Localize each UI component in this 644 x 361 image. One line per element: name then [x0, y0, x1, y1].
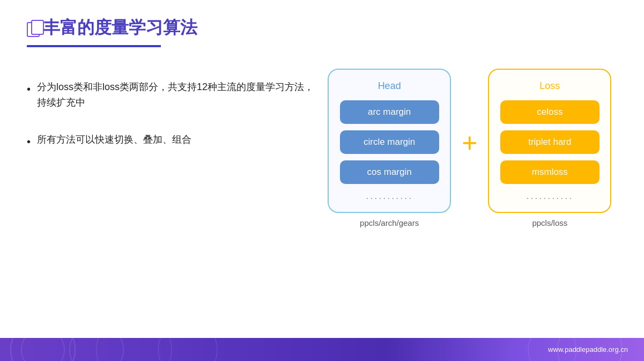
svg-point-0	[11, 338, 75, 361]
loss-dots: ···········	[526, 193, 573, 204]
svg-point-2	[70, 338, 123, 361]
footer-decoration	[0, 338, 644, 361]
diagram-container: Head arc margin circle margin cos margin…	[328, 69, 611, 227]
bullet-item-2: • 所有方法可以快速切换、叠加、组合	[27, 132, 322, 150]
svg-point-1	[21, 338, 64, 361]
loss-card-footer: ppcls/loss	[532, 218, 567, 227]
bullet-dot-1: •	[27, 80, 31, 98]
head-card-label: Head	[378, 80, 401, 92]
head-card: Head arc margin circle margin cos margin…	[328, 69, 451, 213]
head-pill-3: cos margin	[340, 160, 439, 184]
title-underline	[27, 45, 161, 47]
head-card-box: Head arc margin circle margin cos margin…	[328, 69, 451, 227]
plus-sign: +	[462, 129, 477, 156]
bullet-text-1: 分为loss类和非loss类两部分，共支持12种主流的度量学习方法，持续扩充中	[37, 79, 322, 110]
svg-point-4	[158, 338, 217, 361]
bullet-dot-2: •	[27, 133, 31, 150]
head-pill-2: circle margin	[340, 130, 439, 154]
right-panel: Head arc margin circle margin cos margin…	[322, 69, 618, 227]
main-content: 丰富的度量学习算法 • 分为loss类和非loss类两部分，共支持12种主流的度…	[0, 0, 644, 338]
loss-card-box: Loss celoss triplet hard msmloss ·······…	[488, 69, 611, 227]
loss-pill-3: msmloss	[500, 160, 599, 184]
head-pill-1: arc margin	[340, 100, 439, 124]
body-area: • 分为loss类和非loss类两部分，共支持12种主流的度量学习方法，持续扩充…	[27, 69, 617, 227]
loss-pill-2: triplet hard	[500, 130, 599, 154]
footer-website: www.paddlepaddle.org.cn	[548, 345, 628, 353]
bullet-item-1: • 分为loss类和非loss类两部分，共支持12种主流的度量学习方法，持续扩充…	[27, 79, 322, 110]
title-area: 丰富的度量学习算法	[27, 16, 617, 40]
bullet-text-2: 所有方法可以快速切换、叠加、组合	[37, 132, 191, 148]
head-dots: ···········	[366, 193, 413, 204]
left-panel: • 分为loss类和非loss类两部分，共支持12种主流的度量学习方法，持续扩充…	[27, 69, 322, 172]
loss-card-label: Loss	[539, 80, 560, 92]
footer-bar: www.paddlepaddle.org.cn	[0, 338, 644, 361]
head-card-footer: ppcls/arch/gears	[360, 218, 419, 227]
loss-pill-1: celoss	[500, 100, 599, 124]
loss-card: Loss celoss triplet hard msmloss ·······…	[488, 69, 611, 213]
copy-icon	[27, 20, 43, 36]
page-title: 丰富的度量学习算法	[43, 16, 197, 40]
svg-point-3	[97, 338, 172, 361]
